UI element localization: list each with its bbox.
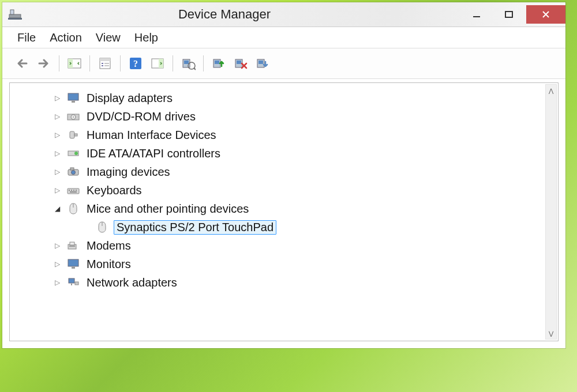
menubar: File Action View Help [2,27,565,48]
window-controls [462,2,565,27]
menu-view[interactable]: View [96,31,121,44]
controller-icon [66,147,80,160]
svg-point-37 [72,171,76,175]
tree-item-label: IDE ATA/ATAPI controllers [85,147,222,160]
mouse-icon [95,221,109,233]
expand-icon[interactable]: ▷ [53,112,62,120]
monitor-icon [66,258,80,270]
tree-item-ide-ata[interactable]: ▷ IDE ATA/ATAPI controllers [12,144,558,163]
close-button[interactable] [526,5,565,24]
optical-drive-icon [66,110,80,123]
svg-point-35 [74,152,78,155]
tree-item-imaging[interactable]: ▷ Imaging devices [12,163,558,181]
tree-item-network-adapters[interactable]: ▷ Network adapters [12,273,558,292]
svg-rect-53 [71,284,72,285]
show-hide-console-tree-button[interactable] [64,53,85,74]
device-tree-pane: ▷ Display adapters ▷ DVD/CD-ROM drives ▷… [9,82,559,341]
tree-item-label: Mice and other pointing devices [85,202,250,216]
window-title: Device Manager [0,7,462,22]
svg-line-20 [194,68,196,70]
scroll-down-arrow-icon[interactable]: ⋁ [546,327,556,339]
toolbar-sep [120,55,121,71]
tree-item-modems[interactable]: ▷ Modems [12,236,558,255]
svg-rect-51 [72,267,75,269]
tree-item-label: DVD/CD-ROM drives [85,110,197,123]
maximize-button[interactable] [494,6,524,23]
toolbar-sep [173,55,173,71]
svg-rect-8 [100,58,110,61]
svg-rect-4 [505,12,512,17]
help-button[interactable]: ? [125,53,146,74]
device-manager-window: Device Manager File Action View Help [2,2,565,348]
tree-item-synaptics-touchpad[interactable]: Synaptics PS/2 Port TouchPad [12,218,558,236]
svg-rect-49 [69,246,75,247]
tree-item-label: Synaptics PS/2 Port TouchPad [114,220,276,235]
tree-item-hid[interactable]: ▷ Human Interface Devices [12,126,558,144]
svg-point-31 [73,116,74,118]
uninstall-device-button[interactable] [230,53,251,74]
menu-file[interactable]: File [17,31,36,44]
tree-item-display-adapters[interactable]: ▷ Display adapters [12,89,558,107]
svg-rect-42 [73,190,74,191]
expand-icon[interactable]: ▷ [53,94,62,102]
svg-rect-3 [473,16,480,17]
tree-item-label: Monitors [85,258,133,271]
update-driver-button[interactable] [178,53,198,74]
mouse-icon [66,202,80,215]
tree-item-label: Network adapters [85,276,179,289]
svg-rect-52 [69,278,74,283]
expand-icon[interactable]: ▷ [53,186,62,194]
expand-icon[interactable]: ▷ [53,260,62,268]
svg-text:?: ? [133,59,138,69]
expand-icon[interactable]: ▷ [53,168,62,176]
forward-button[interactable] [33,53,54,74]
tree-item-mice[interactable]: ◢ Mice and other pointing devices [12,199,558,218]
back-button[interactable] [12,53,32,74]
expand-icon[interactable]: ▷ [53,278,62,287]
svg-rect-39 [68,189,79,194]
svg-rect-18 [184,61,189,64]
toolbar: ? [2,48,565,79]
toolbar-sep [89,55,90,71]
expand-icon[interactable]: ▷ [53,131,62,139]
svg-rect-38 [70,168,74,170]
svg-rect-40 [69,190,70,191]
svg-rect-22 [215,61,219,64]
toolbar-sep [203,55,204,71]
scroll-up-arrow-icon[interactable]: ⋀ [546,85,556,96]
svg-rect-10 [102,65,103,66]
tree-item-keyboards[interactable]: ▷ Keyboards [12,181,558,199]
tree-item-dvd-cdrom[interactable]: ▷ DVD/CD-ROM drives [12,107,558,126]
tree-item-label: Display adapters [85,92,174,105]
vertical-scrollbar[interactable]: ⋀ ⋁ [545,84,557,340]
keyboard-icon [66,184,80,197]
monitor-icon [66,92,80,104]
tree-item-label: Imaging devices [85,165,172,179]
menu-help[interactable]: Help [134,31,158,44]
svg-rect-9 [102,63,103,64]
svg-rect-50 [68,259,78,266]
svg-rect-43 [76,190,77,191]
tree-item-label: Keyboards [85,184,144,197]
properties-button[interactable] [95,53,115,74]
tree-item-monitors[interactable]: ▷ Monitors [12,255,558,273]
device-tree[interactable]: ▷ Display adapters ▷ DVD/CD-ROM drives ▷… [10,83,558,341]
collapse-icon[interactable]: ◢ [53,205,62,213]
svg-rect-48 [70,242,74,245]
expand-icon[interactable]: ▷ [53,149,62,157]
svg-rect-11 [104,63,109,64]
tree-item-label: Modems [85,239,133,252]
action-pane-toggle-button[interactable] [147,53,168,74]
svg-rect-33 [74,134,77,136]
svg-rect-12 [104,65,109,66]
network-icon [66,276,80,289]
svg-rect-44 [70,191,77,193]
svg-rect-28 [72,101,75,103]
enable-device-button[interactable] [208,53,229,74]
menu-action[interactable]: Action [50,31,82,44]
expand-icon[interactable]: ▷ [53,242,62,250]
svg-rect-24 [237,61,241,64]
scan-hardware-button[interactable] [252,53,273,74]
minimize-button[interactable] [462,6,492,23]
svg-rect-41 [71,190,72,191]
